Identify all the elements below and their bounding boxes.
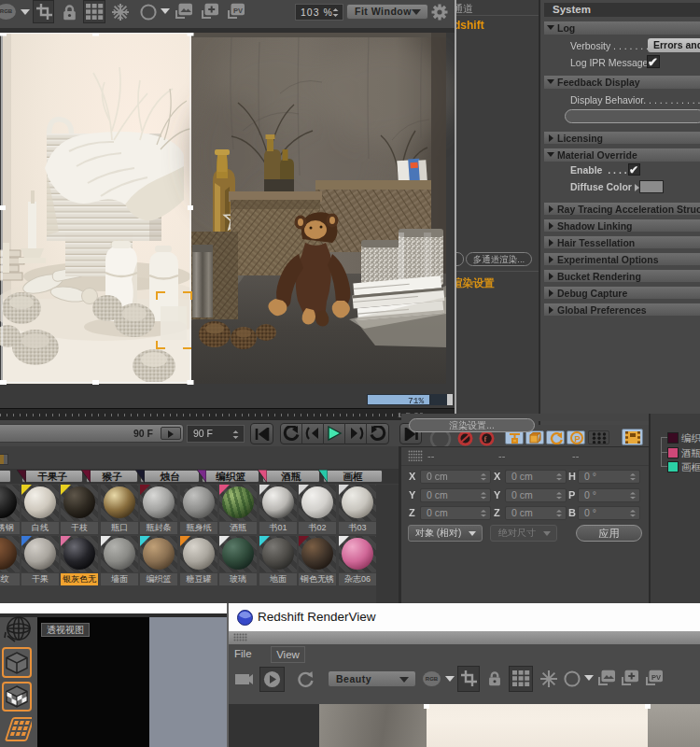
svg-text:71%: 71% (408, 396, 424, 406)
svg-text:P: P (575, 433, 581, 444)
svg-text:PV: PV (233, 7, 243, 15)
svg-text:PV: PV (651, 673, 661, 682)
